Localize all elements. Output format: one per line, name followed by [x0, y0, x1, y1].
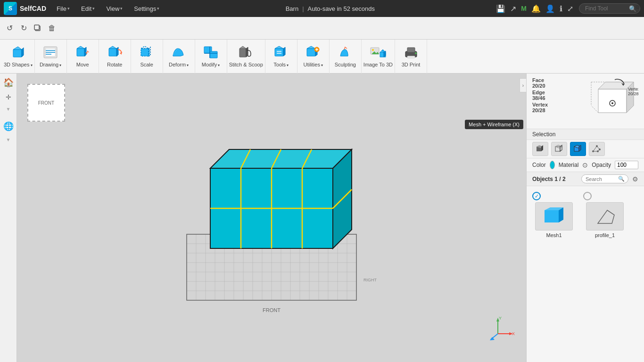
svg-point-116 [596, 145, 598, 147]
tools-label: Tools [273, 62, 289, 68]
svg-rect-2 [13, 49, 22, 57]
tool-tools[interactable]: Tools [265, 40, 297, 74]
vertex-view-button[interactable] [589, 142, 605, 156]
mesh-wireframe-view-button[interactable] [570, 142, 586, 156]
profile1-thumbnail [586, 202, 624, 230]
tool-utilities[interactable]: Utilities [297, 40, 330, 74]
color-picker[interactable] [550, 161, 555, 169]
objects-search-input[interactable] [586, 176, 616, 182]
m-icon[interactable]: M [521, 5, 527, 12]
copy-button[interactable] [31, 22, 44, 35]
center-info: Barn | Auto-save in 52 seconds [166, 5, 494, 12]
tool-stitch-scoop[interactable]: Stitch & Scoop [227, 40, 265, 74]
tool-3d-shapes[interactable]: 3D Shapes [2, 40, 35, 74]
material-icon[interactable]: ⊙ [582, 161, 588, 169]
svg-marker-122 [598, 210, 614, 223]
objects-gear-icon[interactable]: ⚙ [632, 175, 638, 183]
user-icon[interactable]: 👤 [545, 4, 555, 13]
home-icon[interactable]: 🏠 [3, 77, 14, 88]
autosave-status: Auto-save in 52 seconds [308, 5, 375, 12]
viewport[interactable]: FRONT [17, 74, 526, 362]
menu-settings[interactable]: Settings ▾ [129, 3, 164, 14]
logo: S SelfCAD [4, 2, 46, 15]
menubar: S SelfCAD File ▾ Edit ▾ View ▾ Settings … [0, 0, 644, 17]
svg-point-48 [415, 52, 417, 54]
undo-button[interactable]: ↺ [3, 22, 16, 35]
svg-marker-78 [210, 149, 352, 168]
opacity-label: Opacity [592, 162, 611, 168]
modify-icon [202, 45, 219, 60]
objects-search-icon: 🔍 [618, 176, 625, 182]
svg-marker-30 [283, 47, 285, 56]
svg-line-99 [591, 106, 598, 113]
color-label: Color [532, 162, 546, 168]
deform-icon [170, 45, 187, 60]
orientation-cube[interactable]: Vertex 20/28 [586, 77, 638, 126]
tool-image-to-3d[interactable]: Image To 3D [362, 40, 395, 74]
svg-rect-28 [275, 49, 283, 56]
down-arrow-2-icon[interactable]: ▼ [6, 137, 11, 142]
delete-button[interactable]: 🗑 [45, 22, 58, 35]
tool-3d-print[interactable]: 3D Print [395, 40, 427, 74]
tool-drawing[interactable]: Drawing [35, 40, 67, 74]
topbar-icons: 💾 ↗ M 🔔 👤 ℹ ⤢ [496, 4, 573, 13]
main-layout: 🏠 ✛ ▼ 🌐 ▼ FRONT [0, 74, 644, 362]
panel-toggle[interactable]: › [520, 78, 526, 92]
redo-button[interactable]: ↻ [17, 22, 30, 35]
scale-icon [138, 45, 155, 60]
profile1-checkbox[interactable]: ○ [583, 192, 592, 200]
edge-stat: Edge 38/46 [532, 90, 548, 101]
vertex-value: 20/28 [628, 91, 638, 96]
fullscreen-icon[interactable]: ⤢ [567, 4, 573, 13]
copy-icon [34, 25, 41, 32]
svg-marker-17 [120, 52, 122, 55]
tool-rotate[interactable]: Rotate [99, 40, 131, 74]
svg-marker-29 [275, 46, 283, 49]
svg-point-115 [592, 150, 594, 152]
left-sidebar: 🏠 ✛ ▼ 🌐 ▼ [0, 74, 17, 362]
axis-indicator: Y X [488, 315, 517, 343]
menu-file[interactable]: File ▾ [52, 3, 74, 14]
svg-marker-26 [239, 46, 246, 49]
svg-rect-10 [77, 49, 85, 56]
drawing-icon [42, 45, 59, 60]
tool-deform[interactable]: Deform [163, 40, 195, 74]
objects-search-container: 🔍 [581, 174, 628, 183]
opacity-input[interactable] [615, 161, 638, 169]
down-arrow-icon[interactable]: ▼ [6, 107, 11, 112]
mesh1-checkbox[interactable]: ✓ [532, 192, 541, 200]
save-icon[interactable]: 💾 [496, 4, 505, 13]
tool-move[interactable]: Move [67, 40, 99, 74]
mesh1-thumb-svg [540, 206, 568, 227]
menu-view[interactable]: View ▾ [101, 3, 127, 14]
sculpting-label: Sculpting [335, 62, 356, 67]
globe-icon[interactable]: 🌐 [3, 121, 14, 132]
modify-label: Modify [202, 62, 220, 68]
axis-svg: Y X [488, 315, 517, 343]
move-viewport-icon[interactable]: ✛ [6, 93, 11, 101]
3d-model-svg: FRONT RIGHT [130, 112, 413, 324]
objects-header: Objects 1 / 2 🔍 ⚙ [527, 172, 644, 186]
wireframe-view-button[interactable] [551, 142, 567, 156]
tool-sculpting[interactable]: Sculpting [330, 40, 362, 74]
tool-scale[interactable]: Scale [131, 40, 163, 74]
stitch-scoop-label: Stitch & Scoop [229, 62, 263, 67]
notification-icon[interactable]: 🔔 [531, 4, 541, 13]
svg-marker-15 [109, 46, 116, 49]
tool-modify[interactable]: Modify [195, 40, 227, 74]
solid-view-button[interactable] [532, 142, 548, 156]
mesh1-name: Mesh1 [546, 232, 561, 238]
svg-rect-47 [407, 56, 415, 58]
menu-edit[interactable]: Edit ▾ [76, 3, 99, 14]
move-label: Move [76, 62, 89, 67]
scale-label: Scale [140, 62, 153, 67]
main-toolbar: 3D Shapes Drawing Move Rotate [0, 40, 644, 74]
mesh-wireframe-icon [573, 145, 583, 153]
wireframe-icon [554, 145, 564, 153]
info-icon[interactable]: ℹ [560, 4, 562, 13]
object-item-mesh1[interactable]: ✓ Mesh1 [530, 190, 578, 358]
drawing-label: Drawing [40, 62, 62, 68]
object-item-profile1[interactable]: ○ profile_1 [581, 190, 628, 358]
svg-marker-16 [116, 47, 118, 56]
share-icon[interactable]: ↗ [510, 4, 516, 13]
